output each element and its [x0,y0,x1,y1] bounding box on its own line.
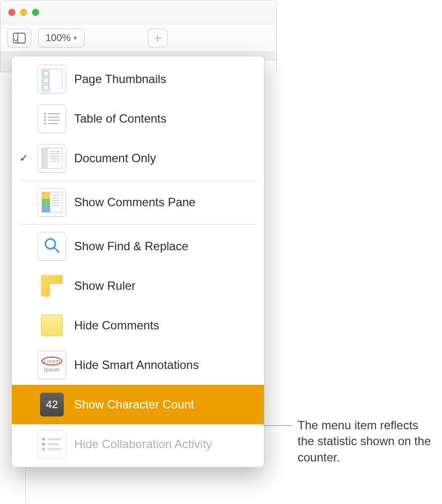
page-thumbnails-icon [38,65,66,93]
menu-item-label: Show Comments Pane [74,195,195,209]
app-window: 100% ▾ Page Thumbnails [0,0,277,72]
menu-item-document-only[interactable]: ✓ Document Only [12,138,264,178]
smart-annotations-icon: LoremIpsum [38,351,66,379]
menu-item-hide-smart-annotations[interactable]: LoremIpsum Hide Smart Annotations [12,345,264,385]
svg-line-5 [54,248,59,252]
menu-item-table-of-contents[interactable]: Table of Contents [12,99,264,138]
zoom-dropdown[interactable]: 100% ▾ [38,29,85,47]
toolbar: 100% ▾ [0,24,276,52]
zoom-window-button[interactable] [32,9,39,16]
chevron-down-icon: ▾ [74,34,77,42]
close-window-button[interactable] [8,9,15,16]
character-count-icon: 42 [38,393,66,416]
menu-item-page-thumbnails[interactable]: Page Thumbnails [12,59,264,99]
document-only-icon [38,144,66,173]
comments-pane-icon [38,188,66,217]
menu-item-label: Show Ruler [74,279,135,293]
menu-item-show-find-replace[interactable]: Show Find & Replace [12,227,264,266]
plus-icon [153,34,162,43]
traffic-lights [8,9,39,16]
menu-item-label: Show Character Count [74,398,194,412]
svg-rect-0 [13,33,25,43]
menu-separator [19,224,257,225]
zoom-value: 100% [45,32,71,44]
menu-item-label: Table of Contents [74,112,167,126]
window-titlebar [0,0,276,24]
menu-item-hide-collaboration-activity: Hide Collaboration Activity [12,424,264,464]
menu-item-label: Page Thumbnails [74,72,166,86]
menu-item-label: Hide Comments [74,319,159,332]
find-replace-icon [38,232,66,261]
minimize-window-button[interactable] [20,9,27,16]
menu-item-label: Hide Smart Annotations [74,358,199,372]
menu-item-show-comments-pane[interactable]: Show Comments Pane [12,183,264,222]
ruler-icon [38,272,66,300]
note-icon [38,315,66,336]
checkmark-icon: ✓ [19,152,28,165]
menu-item-show-character-count[interactable]: 42 Show Character Count [12,385,264,424]
menu-separator [19,180,257,181]
callout-text: The menu item reflects the statistic sho… [298,417,436,465]
collaboration-activity-icon [38,430,66,458]
view-menu: Page Thumbnails Table of Contents ✓ Docu… [11,56,265,467]
view-menu-button[interactable] [7,29,31,47]
add-page-button[interactable] [148,29,168,47]
menu-item-label: Hide Collaboration Activity [74,437,212,451]
menu-item-label: Document Only [74,151,156,165]
menu-item-hide-comments[interactable]: Hide Comments [12,306,264,345]
table-of-contents-icon [38,104,66,133]
callout-leader-line [263,425,293,426]
sidebar-icon [13,33,26,44]
menu-item-label: Show Find & Replace [74,239,188,253]
menu-item-show-ruler[interactable]: Show Ruler [12,266,264,306]
